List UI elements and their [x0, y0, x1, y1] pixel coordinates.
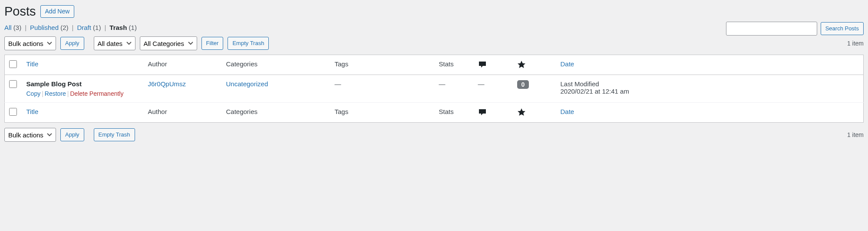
posts-table: Title Author Categories Tags Stats Date …: [4, 55, 864, 123]
post-title: Sample Blog Post: [26, 80, 82, 88]
comments-icon[interactable]: [478, 108, 487, 115]
select-all-checkbox-footer[interactable]: [9, 108, 17, 116]
star-icon[interactable]: [517, 60, 526, 68]
author-link[interactable]: J6r0QpUmsz: [148, 80, 186, 88]
date-value: 2020/02/21 at 12:41 am: [561, 88, 859, 95]
row-actions: Copy|Restore|Delete Permanently: [26, 90, 139, 97]
column-header-author: Author: [144, 55, 222, 75]
apply-button[interactable]: Apply: [60, 37, 84, 50]
comments-value: —: [478, 80, 485, 88]
row-checkbox[interactable]: [9, 80, 17, 88]
column-header-title[interactable]: Title: [26, 60, 39, 68]
column-header-categories: Categories: [222, 55, 330, 75]
bulk-actions-select[interactable]: Bulk actions: [4, 36, 56, 50]
column-header-tags: Tags: [330, 55, 435, 75]
date-filter-select[interactable]: All dates: [94, 36, 135, 50]
copy-action[interactable]: Copy: [26, 90, 41, 97]
restore-action[interactable]: Restore: [45, 90, 66, 97]
column-footer-categories: Categories: [222, 103, 330, 123]
table-row: Sample Blog Post Copy|Restore|Delete Per…: [5, 75, 864, 103]
star-icon[interactable]: [517, 108, 526, 115]
search-posts-button[interactable]: Search Posts: [821, 22, 864, 36]
column-footer-tags: Tags: [330, 103, 435, 123]
add-new-button[interactable]: Add New: [40, 5, 75, 17]
status-link-all[interactable]: All: [4, 24, 12, 31]
status-count-trash: (1): [129, 24, 137, 31]
apply-button-bottom[interactable]: Apply: [60, 128, 84, 142]
item-count: 1 item: [847, 40, 864, 47]
category-link[interactable]: Uncategorized: [226, 80, 268, 88]
column-footer-stats: Stats: [435, 103, 474, 123]
filter-button[interactable]: Filter: [201, 37, 224, 50]
item-count-bottom: 1 item: [847, 131, 864, 138]
stats-value: —: [439, 80, 446, 88]
search-input[interactable]: [726, 22, 817, 36]
bulk-actions-select-bottom[interactable]: Bulk actions: [4, 128, 56, 142]
column-footer-author: Author: [144, 103, 222, 123]
page-title: Posts: [4, 4, 36, 19]
column-footer-title[interactable]: Title: [26, 108, 39, 115]
date-status: Last Modified: [561, 80, 859, 88]
status-count-all: (3): [13, 24, 21, 31]
status-link-trash[interactable]: Trash: [109, 24, 127, 31]
column-footer-date[interactable]: Date: [561, 108, 574, 115]
tags-value: —: [335, 80, 341, 88]
comments-icon[interactable]: [478, 60, 487, 68]
column-header-stats: Stats: [435, 55, 474, 75]
category-filter-select[interactable]: All Categories: [140, 36, 197, 50]
delete-permanently-action[interactable]: Delete Permanently: [70, 90, 124, 97]
status-link-draft[interactable]: Draft: [77, 24, 91, 31]
status-count-published: (2): [60, 24, 68, 31]
status-link-published[interactable]: Published: [30, 24, 59, 31]
status-count-draft: (1): [93, 24, 101, 31]
likes-count[interactable]: 0: [517, 80, 529, 89]
empty-trash-button-bottom[interactable]: Empty Trash: [94, 128, 135, 142]
column-header-date[interactable]: Date: [561, 60, 574, 68]
empty-trash-button[interactable]: Empty Trash: [228, 37, 269, 50]
select-all-checkbox[interactable]: [9, 60, 17, 68]
